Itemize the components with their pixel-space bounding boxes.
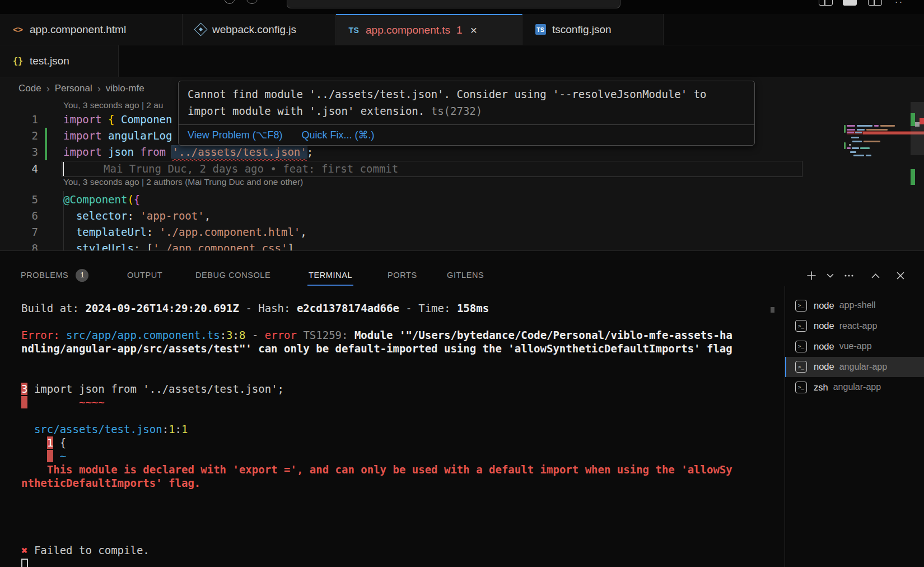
line-number: 8	[0, 240, 38, 251]
terminal-icon: >_	[795, 300, 807, 312]
line-text: import angularLog	[63, 128, 172, 144]
line-text: import { Componen	[63, 111, 172, 128]
code-line-8: 8 styleUrls: ['./app.component.css']	[0, 240, 924, 251]
toggle-secondary-sidebar-icon[interactable]	[868, 0, 882, 6]
angle-brackets-icon: <>	[12, 25, 24, 35]
close-icon[interactable]	[894, 269, 907, 282]
line-number: 4	[0, 161, 38, 177]
code-line-6: 6 selector: 'app-root',	[0, 208, 924, 224]
terminal-row: ~	[21, 449, 66, 463]
terminal-task-name: vue-app	[839, 341, 872, 351]
inline-blame-annotation: Mai Trung Duc, 2 days ago • feat: first …	[104, 161, 398, 177]
terminal-shell-name: node	[814, 300, 834, 311]
more-icon[interactable]	[842, 269, 856, 282]
tab-app-component-html[interactable]: <>app.component.html	[0, 14, 183, 45]
overview-ruler[interactable]	[911, 77, 924, 250]
hover-error-code: ts(2732)	[431, 105, 483, 117]
quick-fix-link[interactable]: Quick Fix... (⌘.)	[301, 129, 374, 141]
terminal-row: ntheticDefaultImports' flag.	[21, 476, 200, 490]
line-text: selector: 'app-root',	[63, 208, 211, 224]
terminal-icon: >_	[795, 382, 807, 393]
terminal-row: src/assets/test.json:1:1	[21, 422, 188, 436]
ruler-git-mark	[911, 113, 915, 126]
terminal-list-item-node-react-app[interactable]: >_nodereact-app	[785, 316, 924, 336]
panel-tab-label: PORTS	[388, 266, 417, 285]
nav-forward-fragment-icon[interactable]	[246, 0, 258, 4]
ruler-info-mark	[915, 122, 920, 127]
terminal-list-item-node-vue-app[interactable]: >_nodevue-app	[785, 336, 924, 356]
terminal-shell-name: zsh	[814, 382, 828, 393]
terminal-icon: >_	[795, 361, 807, 373]
line-text: styleUrls: ['./app.component.css']	[63, 240, 294, 251]
terminal-row: Build at: 2024-09-26T14:29:20.691Z - Has…	[21, 301, 489, 315]
close-tab-icon[interactable]: ×	[470, 24, 477, 36]
json-braces-icon: {}	[12, 56, 24, 66]
terminal-row: ndling/angular-app/src/assets/test"' can…	[21, 342, 732, 355]
panel-tab-terminal[interactable]: TERMINAL	[309, 266, 352, 285]
vscode-window: ·· <>app.component.htmlwebpack.config.js…	[0, 0, 924, 567]
tab-label: app.component.html	[30, 24, 126, 36]
panel-tab-ports[interactable]: PORTS	[388, 266, 417, 285]
breadcrumb-item-code[interactable]: Code	[18, 83, 41, 94]
terminal-row: 3 import json from '../assets/test.json'…	[21, 382, 284, 396]
bottom-panel: PROBLEMS1OUTPUTDEBUG CONSOLETERMINALPORT…	[0, 250, 924, 567]
hover-message-line1: Cannot find module '../assets/test.json'…	[188, 86, 745, 103]
maximize-icon[interactable]	[869, 269, 882, 282]
customize-layout-icon[interactable]: ··	[895, 0, 904, 6]
git-blame-lens: You, 3 seconds ago | 2 authors (Mai Trun…	[63, 175, 303, 188]
panel-tab-problems[interactable]: PROBLEMS1	[21, 266, 88, 285]
toggle-sidebar-icon[interactable]	[819, 0, 833, 6]
breadcrumb-item-personal[interactable]: Personal	[55, 83, 92, 94]
tab-app-component-ts[interactable]: TSapp.component.ts1×	[336, 14, 522, 45]
tab-tsconfig-json[interactable]: TStsconfig.json	[522, 14, 664, 45]
panel-tab-label: OUTPUT	[127, 266, 162, 285]
terminal-task-name: angular-app	[833, 382, 881, 392]
code-line-3: 3import json from '../assets/test.json';	[0, 144, 924, 160]
ruler-error-mark	[920, 118, 924, 124]
line-number: 3	[0, 144, 38, 160]
tab-label: test.json	[30, 55, 69, 67]
dropdown-icon[interactable]	[823, 269, 837, 282]
panel-tab-gitlens[interactable]: GITLENS	[447, 266, 484, 285]
breadcrumb-separator: ›	[46, 83, 50, 95]
panel-tab-label: DEBUG CONSOLE	[195, 266, 270, 285]
panel-tab-output[interactable]: OUTPUT	[127, 266, 162, 285]
line-text: templateUrl: './app.component.html',	[63, 224, 307, 240]
tab-problem-count: 1	[456, 24, 463, 36]
terminal-scrollbar[interactable]	[771, 307, 774, 313]
webpack-icon	[195, 25, 206, 34]
panel-tab-debug-console[interactable]: DEBUG CONSOLE	[195, 266, 270, 285]
tab-label: tsconfig.json	[552, 24, 612, 36]
breadcrumb-item-viblo-mfe[interactable]: viblo-mfe	[106, 83, 144, 94]
terminal-row: 1 {	[21, 436, 66, 449]
terminal-icon: >_	[795, 320, 807, 332]
breadcrumb: Code›Personal›viblo-mfe	[18, 81, 144, 96]
terminal-list-item-node-app-shell[interactable]: >_nodeapp-shell	[785, 295, 924, 315]
line-number: 2	[0, 128, 38, 144]
new-terminal-icon[interactable]	[805, 269, 818, 282]
toggle-panel-icon[interactable]	[843, 0, 857, 6]
editor-tab-bar-2: {}test.json	[0, 45, 924, 77]
line-text: @Component({	[63, 192, 140, 208]
line-text: import json from '../assets/test.json';	[63, 144, 313, 160]
terminal-list-item-zsh-angular-app[interactable]: >_zshangular-app	[785, 377, 924, 397]
hover-message-line2: import module with '.json' extension. ts…	[188, 103, 745, 119]
nav-back-fragment-icon[interactable]	[224, 0, 235, 4]
ruler-scroll-thumb	[911, 102, 924, 155]
panel-tab-label: GITLENS	[447, 266, 484, 285]
line-number: 1	[0, 111, 38, 128]
code-line-5: 5@Component({	[0, 192, 924, 208]
tab-webpack-config-js[interactable]: webpack.config.js	[183, 14, 336, 45]
command-center-searchbox[interactable]	[287, 0, 620, 8]
tab-test-json[interactable]: {}test.json	[0, 45, 119, 77]
minimap[interactable]	[843, 100, 911, 229]
terminal-list-item-node-angular-app[interactable]: >_nodeangular-app	[785, 357, 924, 377]
line-number: 5	[0, 192, 38, 208]
terminal-row: ~~~~	[21, 396, 105, 409]
ruler-git-mark	[911, 169, 915, 185]
editor-tab-bar-1: <>app.component.htmlwebpack.config.jsTSa…	[0, 14, 924, 45]
terminal-shell-name: node	[814, 361, 834, 372]
view-problem-link[interactable]: View Problem (⌥F8)	[188, 129, 282, 141]
error-hover-tooltip: Cannot find module '../assets/test.json'…	[178, 81, 755, 146]
terminal-cursor	[21, 559, 28, 567]
